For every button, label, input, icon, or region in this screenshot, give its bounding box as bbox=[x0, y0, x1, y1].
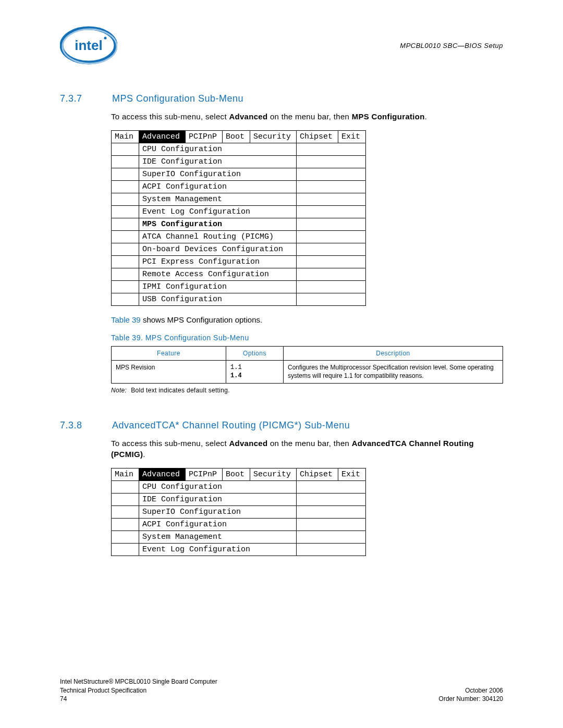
menu-security: Security bbox=[250, 468, 297, 480]
page-footer: Intel NetStructure® MPCBL0010 Single Boa… bbox=[60, 677, 503, 703]
menu-main: Main bbox=[112, 468, 139, 480]
menu2-item: System Management bbox=[139, 530, 297, 543]
menu-main: Main bbox=[112, 131, 139, 143]
menu-boot: Boot bbox=[223, 468, 250, 480]
menu-exit: Exit bbox=[338, 468, 366, 480]
menu1-item: USB Configuration bbox=[139, 293, 297, 306]
table-note: Note:Bold text indicates default setting… bbox=[111, 387, 503, 394]
section-number: 7.3.8 bbox=[60, 420, 91, 431]
page-header: intel MPCBL0010 SBC—BIOS Setup bbox=[60, 26, 503, 67]
menu-advanced: Advanced bbox=[139, 468, 186, 480]
section-intro-737: To access this sub-menu, select Advanced… bbox=[111, 112, 503, 122]
menu2-item: Event Log Configuration bbox=[139, 543, 297, 556]
footer-left: Intel NetStructure® MPCBL0010 Single Boa… bbox=[60, 677, 217, 703]
bios-menu-table-1: Main Advanced PCIPnP Boot Security Chips… bbox=[111, 130, 366, 306]
table-39: Feature Options Description MPS Revision… bbox=[111, 346, 503, 384]
section-heading-738: 7.3.8 AdvancedTCA* Channel Routing (PICM… bbox=[60, 420, 503, 431]
table-39-link: Table 39 bbox=[111, 315, 141, 324]
menu1-item: On-board Devices Configuration bbox=[139, 243, 297, 256]
menu2-item: IDE Configuration bbox=[139, 493, 297, 505]
menu1-item: PCI Express Configuration bbox=[139, 256, 297, 268]
th-feature: Feature bbox=[112, 347, 226, 361]
menu-bar-row: Main Advanced PCIPnP Boot Security Chips… bbox=[112, 468, 366, 480]
section-title: AdvancedTCA* Channel Routing (PICMG*) Su… bbox=[112, 420, 350, 431]
menu1-item: IDE Configuration bbox=[139, 156, 297, 168]
menu-pcipnp: PCIPnP bbox=[186, 131, 223, 143]
table-reference-line: Table 39 shows MPS Configuration options… bbox=[111, 315, 503, 324]
menu1-item: System Management bbox=[139, 193, 297, 206]
menu-exit: Exit bbox=[338, 131, 366, 143]
svg-text:intel: intel bbox=[75, 38, 102, 53]
menu1-item-selected: MPS Configuration bbox=[139, 218, 297, 231]
intel-logo: intel bbox=[60, 26, 117, 67]
doc-header-right: MPCBL0010 SBC—BIOS Setup bbox=[400, 26, 503, 50]
menu1-item: ATCA Channel Routing (PICMG) bbox=[139, 231, 297, 243]
menu1-item: ACPI Configuration bbox=[139, 181, 297, 193]
footer-right: October 2006 Order Number: 304120 bbox=[439, 677, 503, 703]
menu2-item: CPU Configuration bbox=[139, 480, 297, 493]
menu1-item: Remote Access Configuration bbox=[139, 268, 297, 281]
th-description: Description bbox=[284, 347, 503, 361]
th-options: Options bbox=[226, 347, 284, 361]
td-feature: MPS Revision bbox=[112, 361, 226, 384]
td-options: 1.1 1.4 bbox=[226, 361, 284, 384]
menu1-item: IPMI Configuration bbox=[139, 281, 297, 293]
menu1-item: Event Log Configuration bbox=[139, 206, 297, 218]
menu-advanced: Advanced bbox=[139, 131, 186, 143]
menu1-item: CPU Configuration bbox=[139, 143, 297, 156]
menu-pcipnp: PCIPnP bbox=[186, 468, 223, 480]
section-title: MPS Configuration Sub-Menu bbox=[112, 93, 243, 104]
menu1-item: SuperIO Configuration bbox=[139, 168, 297, 181]
menu-chipset: Chipset bbox=[297, 131, 338, 143]
menu-chipset: Chipset bbox=[297, 468, 338, 480]
menu-boot: Boot bbox=[223, 131, 250, 143]
menu-security: Security bbox=[250, 131, 297, 143]
td-description: Configures the Multiprocessor Specificat… bbox=[284, 361, 503, 384]
section-heading-737: 7.3.7 MPS Configuration Sub-Menu bbox=[60, 93, 503, 104]
svg-point-3 bbox=[104, 37, 107, 40]
section-intro-738: To access this sub-menu, select Advanced… bbox=[111, 438, 503, 460]
table-39-caption: Table 39. MPS Configuration Sub-Menu bbox=[111, 334, 503, 342]
menu2-item: ACPI Configuration bbox=[139, 518, 297, 530]
menu-bar-row: Main Advanced PCIPnP Boot Security Chips… bbox=[112, 131, 366, 143]
bios-menu-table-2: Main Advanced PCIPnP Boot Security Chips… bbox=[111, 468, 366, 556]
section-number: 7.3.7 bbox=[60, 93, 91, 104]
menu2-item: SuperIO Configuration bbox=[139, 505, 297, 518]
